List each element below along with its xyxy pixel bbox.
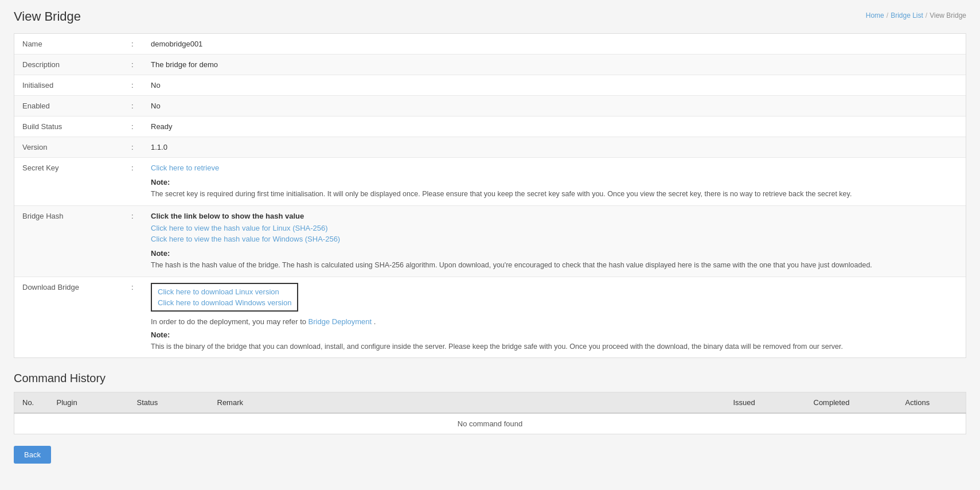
row-build-status: Build Status : Ready — [14, 116, 966, 137]
label-build-status: Build Status — [14, 116, 129, 137]
detail-card: Name : demobridge001 Description : The b… — [14, 33, 966, 358]
col-issued: Issued — [725, 392, 806, 414]
row-initialised: Initialised : No — [14, 75, 966, 96]
secret-key-link[interactable]: Click here to retrieve — [151, 164, 219, 172]
breadcrumb-home[interactable]: Home — [866, 11, 884, 20]
breadcrumb: Home / Bridge List / View Bridge — [866, 9, 966, 20]
label-bridge-hash: Bridge Hash — [14, 206, 129, 277]
no-data-row: No command found — [14, 413, 966, 434]
value-download-bridge: Click here to download Linux version Cli… — [143, 277, 966, 358]
row-description: Description : The bridge for demo — [14, 55, 966, 75]
bridge-hash-note-label: Note: — [151, 249, 958, 258]
bridge-hash-links: Click here to view the hash value for Li… — [151, 224, 958, 243]
col-no: No. — [14, 392, 49, 414]
breadcrumb-sep1: / — [887, 11, 888, 20]
label-name: Name — [14, 34, 129, 54]
deploy-text-prefix: In order to do the deployment, you may r… — [151, 317, 306, 326]
label-initialised: Initialised — [14, 75, 129, 95]
hash-windows-link[interactable]: Click here to view the hash value for Wi… — [151, 235, 958, 243]
cmd-table-header-row: No. Plugin Status Remark Issued Complete… — [14, 392, 966, 414]
label-enabled: Enabled — [14, 96, 129, 116]
page-title: View Bridge — [14, 9, 81, 24]
label-download-bridge: Download Bridge — [14, 277, 129, 358]
row-download-bridge: Download Bridge : Click here to download… — [14, 277, 966, 358]
col-actions: Actions — [897, 392, 966, 414]
bridge-hash-instruction: Click the link below to show the hash va… — [151, 212, 958, 220]
hash-linux-link[interactable]: Click here to view the hash value for Li… — [151, 224, 958, 232]
download-note-text: This is the binary of the bridge that yo… — [151, 341, 958, 352]
row-secret-key: Secret Key : Click here to retrieve Note… — [14, 158, 966, 206]
value-build-status: Ready — [143, 116, 966, 137]
col-remark: Remark — [209, 392, 725, 414]
secret-key-note-text: The secret key is required during first … — [151, 189, 958, 200]
row-name: Name : demobridge001 — [14, 34, 966, 55]
command-history-table: No. Plugin Status Remark Issued Complete… — [14, 392, 966, 434]
deploy-text: In order to do the deployment, you may r… — [151, 317, 958, 326]
breadcrumb-bridge-list[interactable]: Bridge List — [891, 11, 923, 20]
back-button[interactable]: Back — [14, 446, 51, 464]
row-bridge-hash: Bridge Hash : Click the link below to sh… — [14, 206, 966, 277]
label-description: Description — [14, 55, 129, 75]
no-data-cell: No command found — [14, 413, 966, 434]
breadcrumb-sep2: / — [926, 11, 927, 20]
value-secret-key: Click here to retrieve Note: The secret … — [143, 158, 966, 205]
download-windows-link[interactable]: Click here to download Windows version — [158, 298, 291, 307]
col-status: Status — [129, 392, 209, 414]
value-description: The bridge for demo — [143, 55, 966, 75]
label-secret-key: Secret Key — [14, 158, 129, 205]
label-version: Version — [14, 137, 129, 157]
page-wrapper: View Bridge Home / Bridge List / View Br… — [0, 0, 980, 490]
cmd-table-head: No. Plugin Status Remark Issued Complete… — [14, 392, 966, 414]
value-initialised: No — [143, 75, 966, 95]
value-version: 1.1.0 — [143, 137, 966, 157]
row-enabled: Enabled : No — [14, 96, 966, 116]
download-linux-link[interactable]: Click here to download Linux version — [158, 287, 291, 296]
value-bridge-hash: Click the link below to show the hash va… — [143, 206, 966, 277]
page-header: View Bridge Home / Bridge List / View Br… — [14, 9, 966, 24]
col-plugin: Plugin — [49, 392, 129, 414]
download-note-label: Note: — [151, 330, 958, 339]
bridge-hash-note-text: The hash is the hash value of the bridge… — [151, 260, 958, 271]
download-links-box: Click here to download Linux version Cli… — [151, 283, 298, 312]
deploy-text-suffix: . — [374, 317, 376, 326]
value-enabled: No — [143, 96, 966, 116]
value-name: demobridge001 — [143, 34, 966, 54]
breadcrumb-current: View Bridge — [930, 11, 966, 20]
secret-key-note-label: Note: — [151, 178, 958, 186]
deploy-link[interactable]: Bridge Deployment — [309, 317, 372, 326]
command-history-title: Command History — [14, 372, 966, 385]
row-version: Version : 1.1.0 — [14, 137, 966, 158]
col-completed: Completed — [806, 392, 897, 414]
cmd-table-body: No command found — [14, 413, 966, 434]
